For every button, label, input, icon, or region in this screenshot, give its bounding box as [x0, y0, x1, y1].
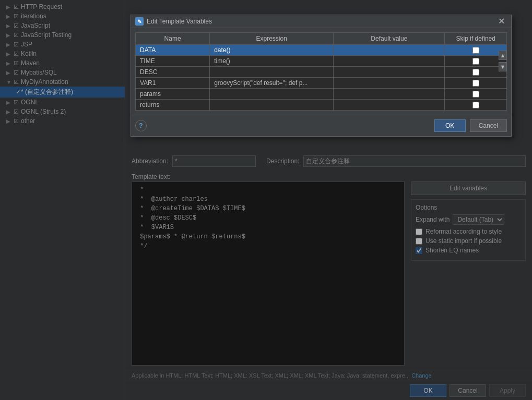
row-default[interactable] [334, 89, 445, 100]
row-skip [445, 100, 507, 111]
row-expression[interactable] [210, 45, 334, 56]
row-skip [445, 56, 507, 67]
dialog-footer-right: OK Cancel [434, 119, 507, 132]
dialog-titlebar: ✎ Edit Template Variables ✕ [131, 15, 511, 28]
col-default: Default value [334, 33, 445, 45]
row-name: DESC [136, 67, 210, 78]
table-row[interactable]: TIME [136, 56, 507, 67]
row-default[interactable] [334, 78, 445, 89]
edit-variables-dialog: ✎ Edit Template Variables ✕ Name Express… [131, 15, 512, 137]
row-expression[interactable] [210, 100, 334, 111]
dialog-close-button[interactable]: ✕ [496, 17, 507, 26]
dialog-content: Name Expression Default value Skip if de… [131, 28, 511, 115]
table-arrow-panel: ▲ ▼ [499, 51, 507, 71]
table-row[interactable]: VAR1 [136, 78, 507, 89]
row-expression[interactable] [210, 78, 334, 89]
skip-checkbox[interactable] [472, 47, 479, 54]
row-default[interactable] [334, 45, 445, 56]
skip-checkbox[interactable] [472, 102, 479, 108]
table-row[interactable]: DESC [136, 67, 507, 78]
table-row[interactable]: returns [136, 100, 507, 111]
row-expression[interactable] [210, 89, 334, 100]
dialog-title: Edit Template Variables [147, 18, 212, 25]
dialog-icon: ✎ [135, 17, 144, 26]
dialog-title-left: ✎ Edit Template Variables [135, 17, 212, 26]
col-expression: Expression [210, 33, 334, 45]
dialog-footer: ? OK Cancel [131, 115, 511, 136]
row-expression[interactable] [210, 67, 334, 78]
row-name: DATA [136, 45, 210, 56]
move-up-button[interactable]: ▲ [499, 51, 507, 60]
skip-checkbox[interactable] [472, 58, 479, 65]
row-name: TIME [136, 56, 210, 67]
row-default[interactable] [334, 100, 445, 111]
row-skip [445, 45, 507, 56]
variables-table: Name Expression Default value Skip if de… [135, 32, 507, 111]
move-down-button[interactable]: ▼ [499, 62, 507, 71]
table-row[interactable]: DATA [136, 45, 507, 56]
help-button[interactable]: ? [135, 120, 147, 131]
row-default[interactable] [334, 56, 445, 67]
skip-checkbox[interactable] [472, 80, 479, 87]
row-name: VAR1 [136, 78, 210, 89]
skip-checkbox[interactable] [472, 69, 479, 76]
row-skip [445, 89, 507, 100]
skip-checkbox[interactable] [472, 91, 479, 98]
col-name: Name [136, 33, 210, 45]
row-skip [445, 67, 507, 78]
dialog-ok-button[interactable]: OK [434, 119, 466, 132]
row-name: returns [136, 100, 210, 111]
row-expression[interactable] [210, 56, 334, 67]
row-name: params [136, 89, 210, 100]
row-default[interactable] [334, 67, 445, 78]
col-skip: Skip if defined [445, 33, 507, 45]
row-skip [445, 78, 507, 89]
table-row[interactable]: params [136, 89, 507, 100]
dialog-cancel-button[interactable]: Cancel [470, 119, 507, 132]
